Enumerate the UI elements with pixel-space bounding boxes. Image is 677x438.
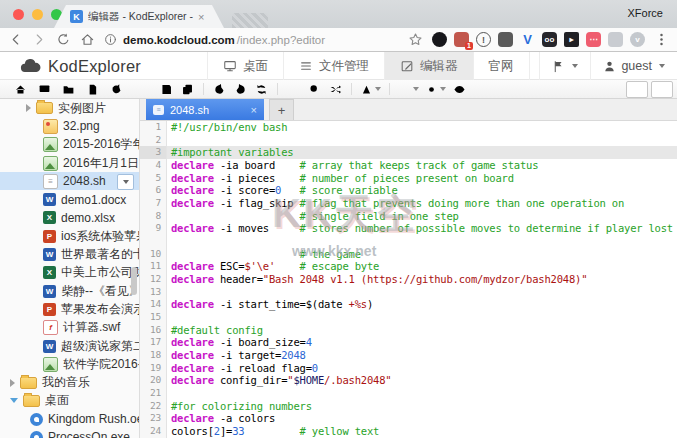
user-menu-button[interactable]: guest bbox=[590, 52, 677, 80]
tree-item-demo1.docx[interactable]: Wdemo1.docx bbox=[0, 190, 139, 208]
tree-item-实例图片[interactable]: 实例图片 bbox=[0, 99, 139, 117]
tree-item-2016年1月1日起中[interactable]: 2016年1月1日起中 bbox=[0, 154, 139, 172]
chevron-right-icon[interactable] bbox=[26, 104, 31, 112]
pin-icon[interactable] bbox=[283, 81, 304, 97]
adblock-icon[interactable] bbox=[432, 32, 447, 47]
close-window-button[interactable] bbox=[13, 9, 24, 20]
tree-item-中美上市公司财报[interactable]: X中美上市公司财报 bbox=[0, 264, 139, 282]
nav-item-editor[interactable]: 编辑器 bbox=[384, 52, 473, 80]
tree-item-超级演说家第二季[interactable]: W超级演说家第二季 bbox=[0, 337, 139, 355]
fullscreen-icon[interactable] bbox=[626, 81, 648, 98]
code-line-15[interactable]: 15 bbox=[140, 311, 677, 324]
code-line-1[interactable]: 1#!/usr/bin/env bash bbox=[140, 121, 677, 134]
code-line-6[interactable]: 6declare -i score=0 # score variable bbox=[140, 184, 677, 197]
desktop-icon[interactable] bbox=[34, 81, 55, 97]
nav-item-desktop[interactable]: 桌面 bbox=[207, 52, 283, 80]
new-editor-tab-button[interactable]: + bbox=[269, 99, 294, 120]
code-line-24[interactable]: 24colors[2]=33 # yellow text bbox=[140, 425, 677, 438]
undo-icon[interactable] bbox=[209, 81, 230, 97]
chat-icon[interactable]: ⋯ bbox=[586, 32, 601, 47]
mail-icon[interactable]: 1 bbox=[454, 32, 469, 47]
code-line-4[interactable]: 4declare -ia board # array that keeps tr… bbox=[140, 159, 677, 172]
code-line-13[interactable]: 13 bbox=[140, 286, 677, 299]
code-area[interactable]: 1#!/usr/bin/env bash23#important variabl… bbox=[140, 121, 677, 438]
browser-tab[interactable]: K 编辑器 - KodExplorer - Powere × bbox=[54, 5, 224, 28]
devbox-icon[interactable]: ▸ bbox=[564, 32, 579, 47]
browser-tab-close-icon[interactable]: × bbox=[198, 11, 204, 23]
editor-tab-close-icon[interactable]: × bbox=[251, 104, 257, 116]
kodexplorer-logo[interactable]: KodExplorer bbox=[20, 52, 141, 80]
chevron-down-icon[interactable] bbox=[10, 398, 18, 403]
tree-item-软件学院2016-201[interactable]: 软件学院2016-201 bbox=[0, 355, 139, 373]
sidebar-scrollbar[interactable] bbox=[131, 267, 137, 295]
item-dropdown-button[interactable] bbox=[117, 174, 134, 190]
search-icon[interactable] bbox=[304, 81, 325, 97]
code-line-9[interactable]: 9declare -i moves # stores number of pos… bbox=[140, 222, 677, 235]
tree-item-ios系统体验苹果p[interactable]: Pios系统体验苹果p bbox=[0, 227, 139, 245]
home-icon[interactable] bbox=[10, 81, 31, 97]
minimize-window-button[interactable] bbox=[32, 9, 43, 20]
tree-item-2015-2016学年第[interactable]: 2015-2016学年第 bbox=[0, 136, 139, 154]
card-icon[interactable] bbox=[608, 32, 623, 47]
code-line-11[interactable]: 11declare ESC=$'\e' # escape byte bbox=[140, 260, 677, 273]
refresh-icon[interactable] bbox=[106, 81, 127, 97]
swap-icon[interactable] bbox=[325, 81, 346, 97]
code-line-17[interactable]: 17declare -i board_size=4 bbox=[140, 336, 677, 349]
code-line-19[interactable]: 19declare -i reload_flag=0 bbox=[140, 362, 677, 375]
tree-item-ProcessOn.exe[interactable]: ProcessOn.exe bbox=[0, 428, 139, 438]
font-icon[interactable] bbox=[357, 81, 384, 97]
code-line-21[interactable]: 21 bbox=[140, 387, 677, 400]
preview-icon[interactable] bbox=[449, 81, 470, 97]
code-line-5[interactable]: 5declare -i pieces # number of pieces pr… bbox=[140, 172, 677, 185]
nav-item-site[interactable]: 官网 bbox=[473, 52, 530, 80]
tree-item-我的音乐[interactable]: 我的音乐 bbox=[0, 373, 139, 391]
code-line-23[interactable]: 23declare -a colors bbox=[140, 412, 677, 425]
new-tab-button[interactable] bbox=[232, 13, 268, 28]
code-line-7[interactable]: 7declare -i flag_skip # flag that preven… bbox=[140, 197, 677, 210]
code-line-12[interactable]: 12declare header="Bash 2048 v1.1 (https:… bbox=[140, 273, 677, 286]
code-line-8[interactable]: 8 # single field in one step bbox=[140, 210, 677, 223]
tree-item-32.png[interactable]: 32.png bbox=[0, 117, 139, 135]
newfile-icon[interactable] bbox=[82, 81, 103, 97]
reload-page-icon[interactable] bbox=[56, 32, 71, 47]
wand-icon[interactable] bbox=[395, 81, 422, 97]
save-icon[interactable] bbox=[156, 81, 177, 97]
spy-icon[interactable]: oo bbox=[542, 32, 557, 47]
browser-home-icon[interactable] bbox=[80, 32, 95, 47]
code-line-wrap[interactable] bbox=[140, 235, 677, 248]
tree-item-2048.sh[interactable]: ≡2048.sh bbox=[0, 172, 139, 190]
chevron-right-icon[interactable] bbox=[10, 379, 15, 387]
paste-icon[interactable] bbox=[177, 81, 198, 97]
folder-icon[interactable] bbox=[58, 81, 79, 97]
browser-menu-icon[interactable] bbox=[654, 32, 669, 47]
alert-icon[interactable]: ! bbox=[476, 32, 491, 47]
tree-item-demo.xlsx[interactable]: Xdemo.xlsx bbox=[0, 209, 139, 227]
code-line-22[interactable]: 22#for colorizing numbers bbox=[140, 400, 677, 413]
settings-icon[interactable] bbox=[422, 81, 449, 97]
tree-item-柴静--《看见》发[interactable]: W柴静--《看见》发 bbox=[0, 282, 139, 300]
forward-icon[interactable] bbox=[32, 32, 47, 47]
tree-item-苹果发布会演示文[interactable]: P苹果发布会演示文 bbox=[0, 300, 139, 318]
pocket-icon[interactable]: v bbox=[630, 32, 645, 47]
tree-item-世界最著名的十大[interactable]: W世界最著名的十大 bbox=[0, 245, 139, 263]
language-flag-button[interactable] bbox=[539, 52, 590, 80]
tree-item-桌面[interactable]: 桌面 bbox=[0, 392, 139, 410]
vimium-icon[interactable]: V bbox=[520, 32, 535, 47]
code-line-2[interactable]: 2 bbox=[140, 134, 677, 147]
back-icon[interactable] bbox=[8, 32, 23, 47]
code-line-3[interactable]: 3#important variables bbox=[140, 146, 677, 159]
tree-item-计算器.swf[interactable]: f计算器.swf bbox=[0, 319, 139, 337]
evernote-icon[interactable] bbox=[498, 32, 513, 47]
page-info-icon[interactable] bbox=[104, 33, 117, 46]
bookmark-star-icon[interactable] bbox=[408, 32, 423, 47]
tree-item-Kingdom Rush.oe[interactable]: Kingdom Rush.oe bbox=[0, 410, 139, 428]
redo-icon[interactable] bbox=[230, 81, 251, 97]
reload-icon[interactable] bbox=[251, 81, 272, 97]
close-icon[interactable] bbox=[651, 81, 673, 98]
code-line-20[interactable]: 20declare config_dir="$HOME/.bash2048" bbox=[140, 374, 677, 387]
editor-tab-2048sh[interactable]: ≡ 2048.sh × bbox=[146, 99, 264, 120]
code-line-16[interactable]: 16#default config bbox=[140, 324, 677, 337]
code-line-14[interactable]: 14declare -i start_time=$(date +%s) bbox=[140, 298, 677, 311]
url-field[interactable]: demo.kodcloud.com /index.php?editor bbox=[104, 33, 399, 46]
code-line-18[interactable]: 18declare -i target=2048 bbox=[140, 349, 677, 362]
